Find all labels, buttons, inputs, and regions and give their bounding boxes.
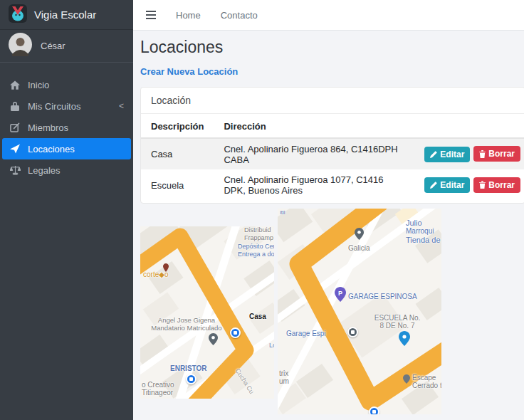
scales-icon bbox=[9, 165, 21, 175]
map-label-poi: Julio bbox=[406, 219, 441, 227]
sidebar-nav: Inicio Mis Circuitos < Miembros bbox=[0, 74, 133, 181]
map-label: Tienda de e bbox=[406, 236, 441, 244]
topbar-link-contacto[interactable]: Contacto bbox=[221, 10, 258, 21]
table-row: Escuela Cnel. Apolinario Figueroa 1077, … bbox=[141, 169, 524, 201]
sidebar: Vigia Escolar César Inicio bbox=[0, 0, 133, 420]
sidebar-item-miembros[interactable]: Miembros bbox=[2, 117, 131, 138]
map-label: trix bbox=[279, 369, 289, 377]
map-label: Angel Jose Gigena bbox=[145, 316, 229, 324]
user-name: César bbox=[41, 41, 66, 51]
sidebar-item-mis-circuitos[interactable]: Mis Circuitos < bbox=[2, 95, 131, 117]
map-label-poi: Garage Espi bbox=[286, 330, 326, 337]
edit-icon bbox=[9, 122, 21, 132]
map-label-poi: corte◆o bbox=[143, 271, 168, 278]
svg-text:P: P bbox=[338, 290, 342, 297]
map-label-poi: Marroqui bbox=[406, 227, 441, 236]
app-logo-icon bbox=[9, 4, 27, 26]
column-direccion: Dirección bbox=[214, 114, 411, 138]
create-location-link[interactable]: Crear Nueva Locación bbox=[140, 66, 238, 77]
locations-table: Descripción Dirección Casa Cnel. Apolina… bbox=[141, 114, 524, 201]
map-label: Distribuid bbox=[244, 226, 273, 234]
cell-descripcion: Escuela bbox=[141, 169, 214, 201]
cell-direccion: Cnel. Apolinario Figueroa 1077, C1416 DP… bbox=[214, 169, 411, 201]
menu-icon[interactable] bbox=[146, 11, 156, 19]
map-pin-icon[interactable] bbox=[355, 228, 364, 243]
pencil-icon bbox=[430, 151, 437, 158]
poi-marker-icon[interactable] bbox=[369, 406, 379, 414]
edit-button[interactable]: Editar bbox=[424, 177, 470, 193]
avatar bbox=[9, 33, 32, 59]
parking-pin-icon[interactable]: P bbox=[335, 287, 346, 305]
map-label-poi: GARAGE ESPINOSA bbox=[348, 293, 417, 300]
topbar: Home Contacto bbox=[133, 0, 524, 31]
map-pin-icon[interactable] bbox=[399, 331, 410, 349]
brand-name: Vigia Escolar bbox=[34, 9, 96, 21]
map-pin-icon[interactable] bbox=[209, 333, 218, 348]
page-title: Locaciones bbox=[140, 38, 223, 57]
brand[interactable]: Vigia Escolar bbox=[0, 0, 133, 30]
column-actions bbox=[411, 114, 524, 138]
map-label: um bbox=[279, 377, 289, 385]
send-icon bbox=[9, 144, 21, 154]
table-header-row: Descripción Dirección bbox=[141, 114, 524, 138]
sidebar-item-label: Miembros bbox=[28, 122, 68, 133]
map-label: Escape bbox=[412, 374, 441, 382]
edit-button[interactable]: Editar bbox=[424, 147, 470, 162]
map-casa[interactable]: Distribuid Frappamp Depósito Cer Entrega… bbox=[140, 226, 274, 399]
map-escuela[interactable]: itil Galicia Julio Marroqui Tienda de e … bbox=[278, 209, 441, 414]
map-label-poi: ENRISTOR bbox=[170, 364, 207, 372]
map-label: Mandatario Matriculado bbox=[145, 324, 229, 332]
map-label: Lo bbox=[269, 342, 274, 350]
pencil-icon bbox=[430, 182, 437, 189]
sidebar-item-label: Inicio bbox=[28, 80, 49, 90]
map-label-escuela: 8 DE No. 7 bbox=[369, 322, 426, 330]
map-label: o Creativo bbox=[142, 381, 174, 389]
topbar-link-home[interactable]: Home bbox=[176, 10, 201, 21]
home-marker-icon[interactable] bbox=[230, 327, 241, 338]
poi-marker-icon[interactable] bbox=[347, 327, 358, 337]
poi-marker-icon[interactable] bbox=[186, 374, 197, 384]
map-label: Cerrado te bbox=[412, 382, 441, 389]
sidebar-item-inicio[interactable]: Inicio bbox=[2, 74, 131, 95]
main-content: Locaciones Crear Nueva Locación Locación… bbox=[133, 31, 524, 420]
sidebar-item-label: Mis Circuitos bbox=[28, 101, 80, 112]
cell-descripcion: Casa bbox=[141, 138, 214, 169]
column-descripcion: Descripción bbox=[141, 114, 214, 138]
delete-button[interactable]: Borrar bbox=[473, 177, 520, 193]
map-label-escuela: ESCUELA No. bbox=[369, 314, 426, 322]
map-label-poi: Depósito Cer bbox=[238, 243, 274, 251]
map-label-casa: Casa bbox=[249, 313, 266, 320]
trash-icon bbox=[479, 181, 486, 189]
chevron-left-icon: < bbox=[119, 101, 124, 111]
map-label: Entrega a dom bbox=[238, 251, 274, 258]
map-pin-icon[interactable] bbox=[403, 374, 410, 387]
user-panel[interactable]: César bbox=[0, 30, 133, 63]
map-label: Frappamp bbox=[244, 234, 273, 242]
sidebar-item-legales[interactable]: Legales bbox=[2, 159, 131, 181]
lock-icon bbox=[9, 101, 21, 111]
home-icon bbox=[9, 80, 21, 90]
map-label: Titinageor bbox=[142, 389, 174, 397]
card-header: Locación bbox=[141, 88, 524, 114]
sidebar-item-label: Locaciones bbox=[28, 144, 75, 154]
trash-icon bbox=[479, 150, 486, 158]
sidebar-item-locaciones[interactable]: Locaciones bbox=[2, 138, 131, 159]
sidebar-item-label: Legales bbox=[28, 165, 61, 176]
map-label: itil bbox=[280, 209, 285, 216]
cell-direccion: Cnel. Apolinario Figueroa 864, C1416DPH … bbox=[214, 138, 411, 169]
delete-button[interactable]: Borrar bbox=[473, 146, 520, 162]
table-row: Casa Cnel. Apolinario Figueroa 864, C141… bbox=[141, 138, 524, 169]
map-label: Galicia bbox=[348, 244, 370, 252]
locations-card: Locación Descripción Dirección Casa Cnel… bbox=[140, 87, 524, 204]
